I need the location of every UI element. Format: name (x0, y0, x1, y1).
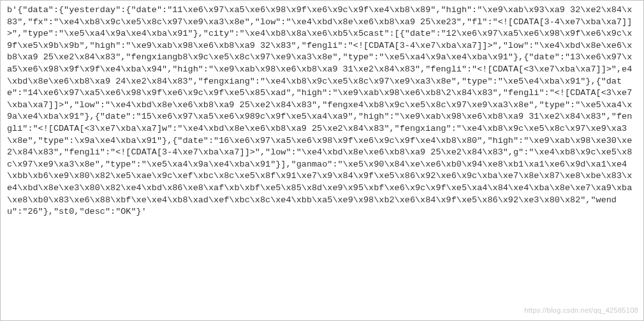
output-panel: b'{"data":{"yesterday":{"date":"11\xe6\x… (0, 0, 644, 321)
watermark-text: https://blog.csdn.net/qq_42585108 (524, 304, 638, 317)
raw-response-text: b'{"data":{"yesterday":{"date":"11\xe6\x… (1, 1, 643, 222)
